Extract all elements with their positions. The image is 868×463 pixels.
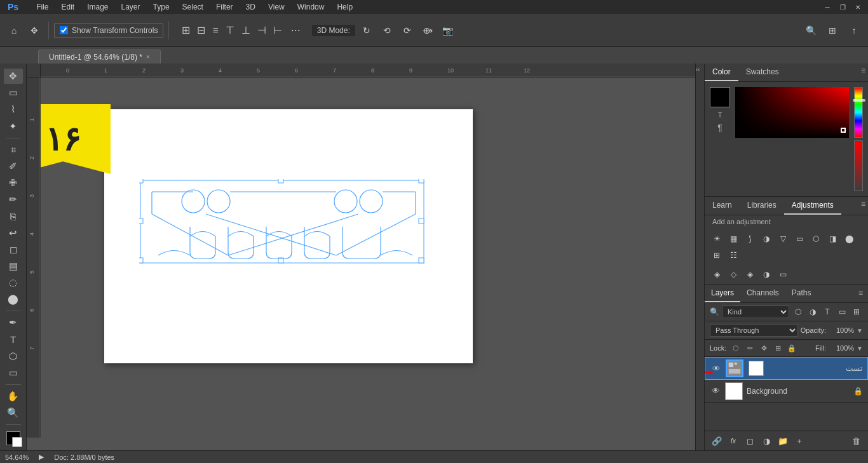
layer-visibility-eye-bg[interactable]: 👁 [710,386,721,397]
bw-adj-icon[interactable]: ◨ [825,232,839,246]
invert-adj-icon[interactable]: ◈ [710,267,724,281]
show-transform-toggle[interactable]: Show Transform Controls [54,23,163,38]
tab-layers[interactable]: Layers [705,285,740,302]
move-tool-left[interactable]: ✥ [4,69,23,84]
lock-brush-icon[interactable]: ✏ [744,342,756,354]
opacity-value[interactable]: 100% [829,326,854,334]
filter-type-icon[interactable]: T [821,305,834,318]
adj-panel-menu-icon[interactable]: ≡ [858,197,868,215]
selectivecolor-adj-icon[interactable]: ▭ [776,267,790,281]
canvas-area[interactable]: ۱۶ [41,77,695,438]
filter-adjustment-icon[interactable]: ◑ [806,305,819,318]
search-icon[interactable]: 🔍 [802,22,820,39]
hue-slider[interactable] [854,87,863,138]
menu-layer[interactable]: Layer [119,1,143,13]
layer-item-background[interactable]: 👁 Background 🔒 [705,380,868,403]
triangle-icon[interactable]: ▶ [39,453,44,461]
blur-tool[interactable]: ◌ [4,275,23,290]
lock-pixels-icon[interactable]: ⬡ [730,342,742,354]
gradient-tool[interactable]: ▤ [4,258,23,274]
panel-collapse-button[interactable]: ‹‹ [695,64,704,450]
fill-chevron-icon[interactable]: ▼ [857,345,863,352]
delete-layer-icon[interactable]: 🗑 [849,434,863,448]
lock-all-icon[interactable]: 🔒 [786,342,797,354]
tab-channels[interactable]: Channels [740,285,785,302]
fill-value[interactable]: 100% [829,344,854,352]
filter-smartobject-icon[interactable]: ⊞ [850,305,863,318]
foreground-color-swatch[interactable] [710,87,730,107]
pen-tool[interactable]: ✒ [4,315,23,330]
show-transform-checkbox[interactable] [60,26,68,34]
brush-tool[interactable]: ✏ [4,192,23,207]
align-right-icon[interactable]: ≡ [210,23,220,37]
color-gradient-picker[interactable] [735,87,849,138]
share-icon[interactable]: ↑ [845,22,863,39]
3d-rotate-tool[interactable]: ↻ [358,22,376,39]
photo-filter-adj-icon[interactable]: ⬤ [842,232,856,246]
exposure-adj-icon[interactable]: ◑ [759,232,773,246]
menu-view[interactable]: View [266,1,287,13]
adjustment-layer-icon[interactable]: ◑ [759,434,773,448]
clone-stamp-tool[interactable]: ⎘ [4,208,23,224]
menu-select[interactable]: Select [180,1,206,13]
align-bottom-icon[interactable]: ⊣ [255,23,269,37]
menu-image[interactable]: Image [85,1,111,13]
lookup-adj-icon[interactable]: ☷ [726,248,740,262]
lasso-tool[interactable]: ⌇ [4,102,23,117]
color-panel-menu-icon[interactable]: ≡ [858,64,868,81]
tab-adjustments[interactable]: Adjustments [784,197,841,215]
lock-artboard-icon[interactable]: ⊞ [772,342,783,354]
type-tool[interactable]: T [4,332,23,347]
posterize-adj-icon[interactable]: ◇ [726,267,740,281]
channelmixer-adj-icon[interactable]: ⊞ [710,248,724,262]
eraser-tool[interactable]: ◻ [4,242,23,257]
tab-close-button[interactable]: × [146,53,150,60]
new-layer-icon[interactable]: + [792,434,806,448]
restore-button[interactable]: ❐ [837,2,848,12]
layer-group-icon[interactable]: 📁 [776,434,790,448]
distribute-icon[interactable]: ⊢ [271,23,285,37]
workspace-icon[interactable]: ⊞ [824,22,841,39]
dodge-tool[interactable]: ⬤ [4,292,23,307]
tab-swatches[interactable]: Swatches [738,64,787,81]
document-tab[interactable]: Untitled-1 @ 54.64% (1/8) * × [38,50,161,64]
align-top-icon[interactable]: ⊤ [223,23,237,37]
layers-panel-menu-icon[interactable]: ≡ [853,285,868,302]
hsl-adj-icon[interactable]: ▭ [792,232,806,246]
layer-link-icon[interactable]: 🔗 [710,434,724,448]
tab-paths[interactable]: Paths [785,285,818,302]
3d-pan-tool[interactable]: ⟲ [378,22,396,39]
more-options-button[interactable]: ··· [287,22,304,38]
add-mask-icon[interactable]: ◻ [743,434,757,448]
minimize-button[interactable]: ─ [822,2,832,12]
brightness-adj-icon[interactable]: ☀ [710,232,724,246]
align-center-h-icon[interactable]: ⊟ [194,23,208,37]
menu-file[interactable]: File [34,1,51,13]
layers-kind-select[interactable]: Kind [722,305,789,318]
opacity-chevron-icon[interactable]: ▼ [857,327,863,334]
filter-shape-icon[interactable]: ▭ [836,305,848,318]
align-left-icon[interactable]: ⊞ [179,23,193,37]
path-select-tool[interactable]: ⬡ [4,349,23,364]
camera-tool[interactable]: 📷 [439,22,457,39]
zoom-level[interactable]: 54.64% [5,453,29,461]
blend-mode-select[interactable]: Pass Through [710,324,798,337]
colorbalance-adj-icon[interactable]: ⬡ [809,232,823,246]
menu-filter[interactable]: Filter [214,1,236,13]
shape-tool[interactable]: ▭ [4,365,23,380]
hand-tool[interactable]: ✋ [4,389,23,404]
tab-color[interactable]: Color [705,64,738,81]
gradientmap-adj-icon[interactable]: ◑ [759,267,773,281]
tab-libraries[interactable]: Libraries [740,197,784,215]
menu-window[interactable]: Window [295,1,327,13]
layer-item-test[interactable]: 👁 تست [705,357,868,380]
history-brush-tool[interactable]: ↩ [4,225,23,241]
menu-help[interactable]: Help [334,1,355,13]
layer-fx-icon[interactable]: fx [726,434,740,448]
zoom-tool[interactable]: 🔍 [4,405,23,420]
filter-pixel-icon[interactable]: ⬡ [792,305,804,318]
home-tool[interactable]: ⌂ [5,22,23,39]
align-center-v-icon[interactable]: ⊥ [239,23,253,37]
menu-3d[interactable]: 3D [243,1,258,13]
move-tool[interactable]: ✥ [25,22,43,39]
